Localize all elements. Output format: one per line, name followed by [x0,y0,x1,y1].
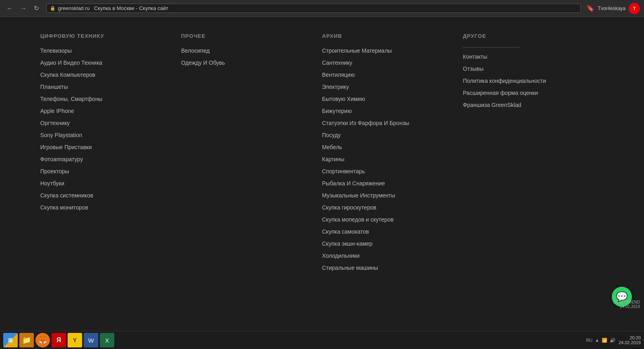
list-item: Скупка экшн-камер [322,240,455,247]
list-item: Контакты [463,53,596,60]
list-item: Отзывы [463,65,596,72]
link-tablets[interactable]: Планшеты [40,84,68,90]
browser-right: 🔖 Tvor4eskaya T [586,3,640,14]
link-furniture[interactable]: Мебель [322,144,342,150]
col2-list: Велосипед Одежду И Обувь [181,47,314,66]
link-gyroscooters[interactable]: Скупка гироскутеров [322,204,376,211]
list-item: Расширенная форма оценки [463,89,596,96]
link-bicycle[interactable]: Велосипед [181,47,210,54]
list-item: Телефоны, Смартфоны [40,95,173,103]
link-contacts[interactable]: Контакты [463,53,487,60]
link-jewelry[interactable]: Бижутерию [322,108,352,114]
link-tv[interactable]: Телевизоры [40,47,72,54]
tray-lang: RU [586,338,592,343]
url-text: greensklad.ru Скупка в Москве - Скупка с… [58,5,168,11]
link-construction[interactable]: Строительные Материалы [322,47,392,54]
recommend-badge: RECOMMEND 24.02.2019 [613,300,640,309]
recommend-date: 24.02.2019 [613,304,640,309]
divider [463,47,519,47]
link-systemunits[interactable]: Скупка системников [40,192,93,199]
link-orgtechnika[interactable]: Оргтехнику [40,120,70,126]
list-item: Бижутерию [322,107,455,115]
list-item: Бытовую Химию [322,95,455,103]
col4-header: ДРУГОЕ [463,33,596,39]
list-item: Аудио И Видео Техника [40,59,173,66]
link-reviews[interactable]: Отзывы [463,66,483,72]
ms-excel-button[interactable]: X [100,333,114,347]
list-item: Политика конфиденциальности [463,77,596,84]
list-item: Оргтехнику [40,119,173,127]
list-item: Посуду [322,131,455,139]
page-content: ЦИФРОВУЮ ТЕХНИКУ Телевизоры Аудио И Виде… [0,17,644,331]
list-item: Sony Playstation [40,131,173,139]
link-clothes[interactable]: Одежду И Обувь [181,60,225,66]
yandex-browser-button[interactable]: Я [52,333,66,347]
link-franchise[interactable]: Франшиза GreenSklad [463,102,521,108]
ms-word-button[interactable]: W [84,333,98,347]
yandex-bar-button[interactable]: Y [68,333,82,347]
file-explorer-button[interactable]: 📁 [19,333,34,347]
browser-chrome: ← → ↻ 🔒 greensklad.ru Скупка в Москве - … [0,0,644,17]
taskbar-tray: RU ▲ 📶 🔊 20:20 24.02.2019 [586,335,641,345]
col4-list: Контакты Отзывы Политика конфиденциально… [463,53,596,109]
list-item: Фотоаппаратуру [40,156,173,163]
list-item: Скупка гироскутеров [322,204,455,211]
link-mopeds[interactable]: Скупка мопедов и скутеров [322,216,394,223]
list-item: Франшиза GreenSklad [463,101,596,109]
col1-header: ЦИФРОВУЮ ТЕХНИКУ [40,33,173,39]
link-laptops[interactable]: Ноутбуки [40,180,64,187]
link-scooters[interactable]: Скупка самокатов [322,228,369,235]
reload-button[interactable]: ↻ [31,4,41,13]
list-item: Скупка системников [40,192,173,199]
list-item: Игровые Приставки [40,144,173,151]
link-paintings[interactable]: Картины [322,156,344,162]
list-item: Строительные Материалы [322,47,455,54]
col1-list: Телевизоры Аудио И Видео Техника Скупка … [40,47,173,211]
address-bar[interactable]: 🔒 greensklad.ru Скупка в Москве - Скупка… [46,4,581,13]
list-item: Вентиляцию [322,71,455,78]
link-music[interactable]: Музыкальные Инструменты [322,192,395,199]
link-assessment[interactable]: Расширенная форма оценки [463,90,538,96]
link-audio[interactable]: Аудио И Видео Техника [40,60,102,66]
link-apple-iphone[interactable]: Apple IPhone [40,108,74,114]
link-projectors[interactable]: Проекторы [40,168,69,174]
link-sports[interactable]: Спортинвентарь [322,168,365,174]
back-button[interactable]: ← [4,4,15,13]
column-archive: АРХИВ Строительные Материалы Сантехнику … [322,33,463,276]
link-action-cameras[interactable]: Скупка экшн-камер [322,240,372,247]
link-cameras[interactable]: Фотоаппаратуру [40,156,83,162]
windows-start-button[interactable]: ⊞ [3,333,18,347]
list-item: Стиральные машины [322,264,455,271]
link-game-consoles[interactable]: Игровые Приставки [40,144,92,150]
link-washing-machines[interactable]: Стиральные машины [322,265,378,271]
link-dishes[interactable]: Посуду [322,132,341,138]
list-item: Спортинвентарь [322,168,455,175]
list-item: Рыбалка И Снаряжение [322,180,455,187]
list-item: Ноутбуки [40,180,173,187]
link-monitors[interactable]: Скупка мониторов [40,204,88,211]
list-item: Холодильники [322,252,455,259]
profile-button[interactable]: T [629,3,640,14]
link-privacy[interactable]: Политика конфиденциальности [463,78,546,84]
column-digital: ЦИФРОВУЮ ТЕХНИКУ Телевизоры Аудио И Виде… [40,33,181,276]
forward-button[interactable]: → [18,4,29,13]
list-item: Скупка Компьютеров [40,71,173,78]
lock-icon: 🔒 [50,6,56,11]
firefox-button[interactable]: 🦊 [35,333,50,347]
link-sony-ps[interactable]: Sony Playstation [40,132,82,138]
link-electric[interactable]: Электрику [322,84,349,90]
columns-container: ЦИФРОВУЮ ТЕХНИКУ Телевизоры Аудио И Виде… [40,33,604,276]
link-chemicals[interactable]: Бытовую Химию [322,96,365,102]
link-ventilation[interactable]: Вентиляцию [322,72,355,78]
link-fridges[interactable]: Холодильники [322,253,359,259]
link-phones[interactable]: Телефоны, Смартфоны [40,96,102,102]
link-plumbing[interactable]: Сантехнику [322,60,352,66]
list-item: Проекторы [40,168,173,175]
col2-header: ПРОЧЕЕ [181,33,314,39]
list-item: Одежду И Обувь [181,59,314,66]
tray-expand-icon[interactable]: ▲ [595,338,599,343]
link-computers[interactable]: Скупка Компьютеров [40,72,95,78]
bookmark-icon[interactable]: 🔖 [586,4,594,12]
link-figurines[interactable]: Статуэтки Из Фарфора И Бронзы [322,120,409,126]
link-fishing[interactable]: Рыбалка И Снаряжение [322,180,385,187]
